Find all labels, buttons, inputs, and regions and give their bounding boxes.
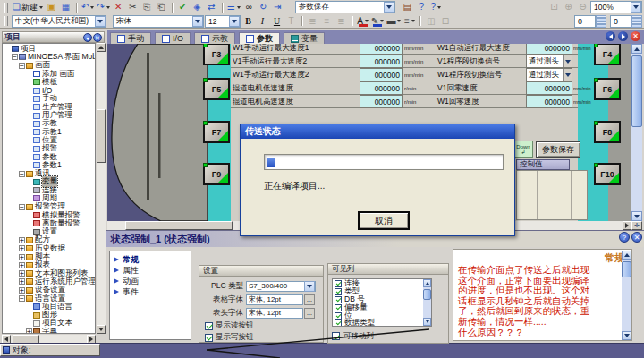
generate-icon[interactable]: ◈ — [191, 1, 204, 13]
dropdown-arrow-icon[interactable] — [563, 69, 572, 81]
combo-arrow-icon[interactable] — [192, 16, 203, 27]
tree-expander-icon[interactable]: + — [19, 270, 25, 277]
tab-I/O[interactable]: I/O — [155, 32, 191, 44]
context-help-icon[interactable]: ? — [429, 1, 443, 13]
redo-icon[interactable]: ↷ — [96, 1, 110, 13]
help-icon[interactable]: ? — [415, 1, 428, 13]
tree-vertical-scrollbar[interactable] — [97, 52, 106, 325]
tree-expander-icon[interactable]: − — [19, 204, 25, 210]
properties-close-button[interactable]: ✕ — [631, 232, 642, 243]
column-checkbox[interactable] — [335, 304, 342, 311]
project-panel-pin-button[interactable]: ● — [83, 33, 92, 42]
combo-arrow-icon[interactable] — [384, 2, 394, 13]
parameter-value-field[interactable]: 000000 — [526, 81, 572, 95]
line-width-icon[interactable]: ≡ — [402, 15, 416, 28]
save-parameters-button[interactable]: 参数保存 — [536, 141, 580, 158]
header-font-field[interactable]: 宋体, 12pt — [246, 308, 303, 319]
column-checkbox[interactable] — [335, 280, 342, 287]
movable-columns-checkbox[interactable] — [332, 332, 340, 340]
editor-scroll-down-button[interactable] — [631, 211, 642, 221]
rewire-icon[interactable]: ↻ — [257, 1, 270, 13]
column-checkbox[interactable] — [335, 296, 342, 303]
tree-scroll-up-button[interactable] — [97, 43, 106, 52]
y-position-spinner[interactable]: 0 — [610, 15, 642, 28]
tree-expander-icon[interactable]: − — [19, 295, 25, 302]
columns-scrollbar-thumb[interactable] — [423, 289, 431, 300]
properties-nav-常规[interactable]: 常规 — [114, 254, 191, 265]
tree-item[interactable]: 模板 — [4, 78, 95, 86]
italic-button[interactable]: I — [256, 15, 269, 28]
properties-help-button[interactable]: ? — [619, 232, 630, 243]
editor-forward-button[interactable] — [618, 31, 628, 41]
help-scroll-down-button[interactable] — [622, 331, 631, 340]
font-combo[interactable]: 宋体 — [113, 15, 204, 28]
language-combo[interactable]: 中文(中华人民共和国) — [12, 15, 106, 28]
x-position-spinner[interactable]: 0 — [574, 15, 606, 28]
spinner-down-button[interactable] — [631, 21, 642, 28]
plc-type-combo-arrow-icon[interactable] — [304, 281, 315, 292]
align-right-icon[interactable]: ≣ — [335, 15, 348, 28]
new-button[interactable]: ❏新建 — [12, 1, 44, 13]
editor-back-button[interactable] — [606, 31, 615, 41]
properties-nav-动画[interactable]: 动画 — [114, 276, 191, 286]
undo-icon[interactable]: ↶ — [80, 1, 95, 13]
goto-usage-icon[interactable]: ⇥ — [271, 1, 284, 13]
table-font-field[interactable]: 宋体, 12pt — [246, 294, 303, 305]
tab-参数[interactable]: 参数 — [239, 32, 280, 44]
column-checkbox[interactable] — [335, 312, 342, 320]
find-icon[interactable]: ∞ — [242, 1, 256, 13]
column-list-item[interactable]: 数据类型 — [335, 320, 431, 327]
editor-scroll-up-button[interactable] — [631, 44, 642, 54]
combo-arrow-icon[interactable] — [631, 2, 641, 13]
function-key-f6[interactable]: F6 — [594, 78, 621, 100]
delete-icon[interactable]: ✕ — [112, 1, 125, 13]
tree-item[interactable]: +字典 — [4, 328, 95, 334]
show-read-button-checkbox[interactable] — [205, 322, 213, 330]
copy-icon[interactable]: ⎘ — [140, 1, 154, 13]
function-key-f7[interactable]: F7 — [203, 121, 230, 143]
transfer-dialog-titlebar[interactable]: 传送状态 — [241, 124, 514, 139]
underline-button[interactable]: U — [270, 15, 284, 28]
parameter-dropdown[interactable]: 通过测头 — [526, 68, 572, 81]
zoom-out-icon[interactable]: ⊖ — [576, 1, 589, 13]
tab-示教[interactable]: 示教 — [194, 32, 235, 44]
zoom-combo[interactable]: 100% — [590, 1, 642, 13]
zoom-in-icon[interactable]: ⊕ — [562, 1, 575, 13]
book-icon[interactable]: ▤ — [401, 1, 414, 13]
tree-expander-icon[interactable]: + — [19, 278, 25, 285]
parameter-value-field[interactable]: 000000 — [360, 44, 402, 55]
tree-expander-icon[interactable]: − — [19, 63, 25, 69]
splitter-handle-icon[interactable]: ✛ — [631, 221, 642, 230]
font-color-icon[interactable]: A — [356, 15, 369, 28]
tree-expander-icon[interactable]: + — [26, 328, 32, 334]
function-key-f3[interactable]: F3 — [203, 44, 230, 65]
header-font-browse-button[interactable]: ... — [304, 308, 315, 319]
tree-expander-icon[interactable]: + — [19, 287, 25, 294]
combo-arrow-icon[interactable] — [229, 16, 240, 27]
tree-expander-icon[interactable]: + — [19, 237, 25, 243]
parameter-dropdown[interactable]: 通过测头 — [526, 55, 572, 68]
paste-icon[interactable]: ⎗ — [155, 1, 168, 13]
spinner-down-button[interactable] — [596, 21, 606, 28]
tree-expander-icon[interactable]: + — [19, 254, 25, 260]
parameter-value-field[interactable]: 000000 — [526, 44, 572, 55]
function-key-f5[interactable]: F5 — [203, 78, 230, 100]
tree-vertical-scrollbar-thumb[interactable] — [97, 109, 106, 163]
zoom-select-icon[interactable]: ⊡ — [547, 1, 561, 13]
align-center-icon[interactable]: ≡ — [320, 15, 334, 28]
tree-expander-icon[interactable]: − — [12, 54, 18, 60]
spinner-up-button[interactable] — [631, 15, 642, 21]
parameter-value-field[interactable]: 000000 — [360, 55, 402, 68]
align-left-icon[interactable]: ≣ — [306, 15, 319, 28]
line-style-icon[interactable]: ▬ — [386, 15, 402, 28]
open-icon[interactable]: ▣ — [45, 1, 58, 13]
tab-变量[interactable]: 变量 — [284, 32, 325, 44]
editor-vertical-scrollbar-thumb[interactable] — [631, 55, 642, 127]
editor-scroll-right-button[interactable] — [623, 221, 631, 230]
bold-button[interactable]: B — [242, 15, 255, 28]
group-icon[interactable]: ◫ — [424, 15, 437, 28]
column-checkbox[interactable] — [335, 288, 342, 295]
pen-color-icon[interactable]: ✎ — [370, 15, 385, 28]
column-checkbox[interactable] — [335, 320, 342, 327]
save-icon[interactable]: ▦ — [59, 1, 72, 13]
